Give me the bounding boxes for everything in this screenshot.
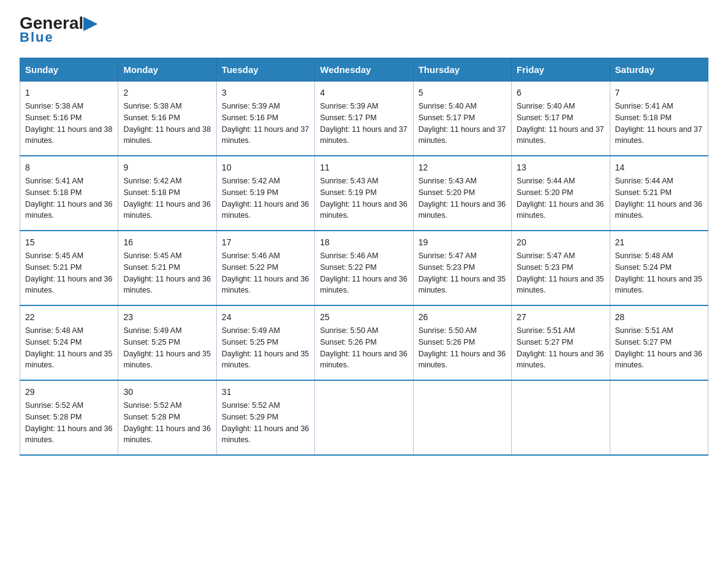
sunrise-text: Sunrise: 5:38 AM [25, 102, 83, 110]
daylight-text: Daylight: 11 hours and 37 minutes. [615, 125, 702, 145]
sunset-text: Sunset: 5:22 PM [320, 263, 376, 272]
daylight-text: Daylight: 11 hours and 36 minutes. [615, 200, 702, 220]
day-number: 15 [25, 236, 113, 249]
sunset-text: Sunset: 5:18 PM [123, 188, 180, 197]
day-number: 22 [25, 311, 113, 324]
calendar-cell: 9Sunrise: 5:42 AMSunset: 5:18 PMDaylight… [118, 156, 216, 231]
day-number: 31 [222, 386, 309, 399]
calendar-cell: 25Sunrise: 5:50 AMSunset: 5:26 PMDayligh… [315, 305, 413, 380]
calendar-cell: 28Sunrise: 5:51 AMSunset: 5:27 PMDayligh… [610, 305, 708, 380]
daylight-text: Daylight: 11 hours and 36 minutes. [615, 350, 702, 370]
day-number: 4 [320, 86, 408, 99]
sunset-text: Sunset: 5:17 PM [320, 113, 376, 122]
sunset-text: Sunset: 5:25 PM [222, 338, 278, 347]
sunrise-text: Sunrise: 5:40 AM [419, 102, 477, 110]
day-number: 24 [222, 311, 309, 324]
daylight-text: Daylight: 11 hours and 37 minutes. [320, 125, 407, 145]
sunrise-text: Sunrise: 5:39 AM [222, 102, 280, 110]
calendar-cell: 19Sunrise: 5:47 AMSunset: 5:23 PMDayligh… [413, 231, 511, 305]
sunset-text: Sunset: 5:21 PM [123, 263, 180, 272]
calendar-cell: 14Sunrise: 5:44 AMSunset: 5:21 PMDayligh… [610, 156, 708, 231]
calendar-cell: 29Sunrise: 5:52 AMSunset: 5:28 PMDayligh… [20, 380, 118, 455]
calendar-cell: 30Sunrise: 5:52 AMSunset: 5:28 PMDayligh… [118, 380, 216, 455]
day-number: 13 [517, 161, 604, 174]
day-number: 19 [419, 236, 506, 249]
day-number: 5 [419, 86, 506, 99]
daylight-text: Daylight: 11 hours and 36 minutes. [25, 424, 112, 445]
sunset-text: Sunset: 5:24 PM [615, 263, 672, 272]
sunset-text: Sunset: 5:20 PM [419, 188, 475, 197]
daylight-text: Daylight: 11 hours and 36 minutes. [25, 275, 112, 295]
calendar-cell: 27Sunrise: 5:51 AMSunset: 5:27 PMDayligh… [512, 305, 610, 380]
sunrise-text: Sunrise: 5:42 AM [123, 177, 181, 185]
sunrise-text: Sunrise: 5:47 AM [517, 251, 575, 260]
sunrise-text: Sunrise: 5:45 AM [25, 251, 83, 260]
day-number: 17 [222, 236, 309, 249]
sunset-text: Sunset: 5:19 PM [320, 188, 376, 197]
calendar-cell: 18Sunrise: 5:46 AMSunset: 5:22 PMDayligh… [315, 231, 413, 305]
day-number: 1 [25, 86, 113, 99]
day-number: 30 [123, 386, 211, 399]
sunset-text: Sunset: 5:19 PM [222, 188, 278, 197]
daylight-text: Daylight: 11 hours and 36 minutes. [222, 275, 309, 295]
sunrise-text: Sunrise: 5:42 AM [222, 177, 280, 185]
daylight-text: Daylight: 11 hours and 37 minutes. [517, 125, 604, 145]
day-number: 23 [123, 311, 211, 324]
sunrise-text: Sunrise: 5:48 AM [25, 326, 83, 335]
calendar-cell: 21Sunrise: 5:48 AMSunset: 5:24 PMDayligh… [610, 231, 708, 305]
calendar-cell: 31Sunrise: 5:52 AMSunset: 5:29 PMDayligh… [216, 380, 314, 455]
sunset-text: Sunset: 5:18 PM [25, 188, 82, 197]
calendar-cell [413, 380, 511, 455]
calendar-cell: 8Sunrise: 5:41 AMSunset: 5:18 PMDaylight… [20, 156, 118, 231]
daylight-text: Daylight: 11 hours and 36 minutes. [320, 350, 407, 370]
sunrise-text: Sunrise: 5:52 AM [222, 401, 280, 410]
daylight-text: Daylight: 11 hours and 35 minutes. [419, 275, 506, 295]
day-number: 11 [320, 161, 408, 174]
calendar-cell: 15Sunrise: 5:45 AMSunset: 5:21 PMDayligh… [20, 231, 118, 305]
daylight-text: Daylight: 11 hours and 35 minutes. [517, 275, 604, 295]
sunrise-text: Sunrise: 5:49 AM [123, 326, 181, 335]
sunrise-text: Sunrise: 5:51 AM [517, 326, 575, 335]
sunset-text: Sunset: 5:23 PM [517, 263, 573, 272]
daylight-text: Daylight: 11 hours and 35 minutes. [222, 350, 309, 370]
header-saturday: Saturday [610, 58, 708, 82]
header-friday: Friday [512, 58, 610, 82]
sunrise-text: Sunrise: 5:39 AM [320, 102, 378, 110]
sunrise-text: Sunrise: 5:51 AM [615, 326, 673, 335]
calendar-cell: 3Sunrise: 5:39 AMSunset: 5:16 PMDaylight… [216, 82, 314, 156]
day-number: 18 [320, 236, 408, 249]
daylight-text: Daylight: 11 hours and 36 minutes. [123, 200, 210, 220]
sunset-text: Sunset: 5:17 PM [517, 113, 573, 122]
day-number: 29 [25, 386, 113, 399]
calendar-header-row: SundayMondayTuesdayWednesdayThursdayFrid… [20, 58, 708, 82]
calendar-cell: 4Sunrise: 5:39 AMSunset: 5:17 PMDaylight… [315, 82, 413, 156]
header-wednesday: Wednesday [315, 58, 413, 82]
calendar-cell: 16Sunrise: 5:45 AMSunset: 5:21 PMDayligh… [118, 231, 216, 305]
day-number: 20 [517, 236, 604, 249]
daylight-text: Daylight: 11 hours and 35 minutes. [123, 350, 210, 370]
day-number: 25 [320, 311, 408, 324]
sunset-text: Sunset: 5:16 PM [123, 113, 180, 122]
sunset-text: Sunset: 5:16 PM [222, 113, 278, 122]
logo-blue: ▶ [83, 15, 97, 32]
sunrise-text: Sunrise: 5:46 AM [222, 251, 280, 260]
day-number: 27 [517, 311, 604, 324]
calendar-cell: 17Sunrise: 5:46 AMSunset: 5:22 PMDayligh… [216, 231, 314, 305]
calendar-cell: 5Sunrise: 5:40 AMSunset: 5:17 PMDaylight… [413, 82, 511, 156]
calendar-cell [610, 380, 708, 455]
sunrise-text: Sunrise: 5:41 AM [615, 102, 673, 110]
sunrise-text: Sunrise: 5:52 AM [123, 401, 181, 410]
sunset-text: Sunset: 5:26 PM [320, 338, 376, 347]
sunset-text: Sunset: 5:26 PM [419, 338, 475, 347]
page-header: General ▶ Blue [20, 15, 708, 45]
sunset-text: Sunset: 5:23 PM [419, 263, 475, 272]
day-number: 3 [222, 86, 309, 99]
daylight-text: Daylight: 11 hours and 36 minutes. [320, 275, 407, 295]
sunset-text: Sunset: 5:24 PM [25, 338, 82, 347]
header-thursday: Thursday [413, 58, 511, 82]
day-number: 8 [25, 161, 113, 174]
sunset-text: Sunset: 5:20 PM [517, 188, 573, 197]
day-number: 14 [615, 161, 703, 174]
calendar-cell: 2Sunrise: 5:38 AMSunset: 5:16 PMDaylight… [118, 82, 216, 156]
daylight-text: Daylight: 11 hours and 37 minutes. [222, 125, 309, 145]
